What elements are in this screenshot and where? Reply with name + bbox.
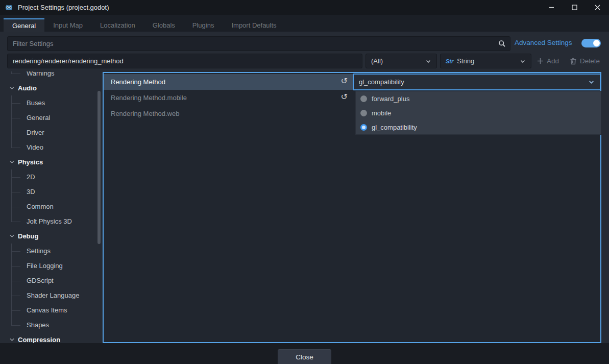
close-button[interactable]: Close [278, 349, 331, 364]
tree-item-jolt-physics-3d[interactable]: Jolt Physics 3D [7, 214, 102, 229]
tree-item-general[interactable]: General [7, 110, 102, 125]
option-mobile[interactable]: mobile [356, 106, 601, 120]
filter-settings-input[interactable]: Filter Settings [7, 36, 510, 51]
minimize-button[interactable] [540, 0, 563, 15]
dialog-footer: Close [0, 343, 609, 364]
tab-import-defaults[interactable]: Import Defaults [223, 18, 285, 32]
tab-localization[interactable]: Localization [91, 18, 144, 32]
minimize-icon [549, 5, 554, 10]
tree-connector [11, 140, 27, 155]
tree-connector [11, 273, 27, 288]
string-type-icon: Str [446, 58, 453, 64]
dropdown-popup: forward_plus mobile gl_compatibility [355, 91, 601, 135]
delete-property-button[interactable]: Delete [570, 54, 600, 68]
add-property-button[interactable]: Add [537, 54, 559, 68]
chevron-down-icon [9, 85, 15, 91]
revert-icon[interactable]: ↺ [341, 76, 348, 86]
property-row-rendering-method[interactable]: Rendering Method ↺ gl_compatibility [104, 74, 600, 90]
property-label-cell[interactable]: Rendering Method.mobile ↺ [104, 90, 353, 106]
close-icon [595, 5, 600, 10]
property-label: Rendering Method [111, 78, 165, 86]
toggle-knob [593, 40, 600, 46]
maximize-button[interactable] [563, 0, 586, 15]
tab-input-map[interactable]: Input Map [44, 18, 91, 32]
tree-item-compression[interactable]: Compression [7, 332, 102, 343]
tree-connector [11, 258, 27, 273]
close-label: Close [296, 353, 313, 361]
property-path-input[interactable]: rendering/renderer/rendering_method [7, 54, 362, 68]
tab-bar: General Input Map Localization Globals P… [0, 15, 609, 32]
settings-content: Filter Settings Advanced Settings render… [0, 32, 609, 343]
type-value: String [457, 57, 474, 65]
tree-item-video[interactable]: Video [7, 140, 102, 155]
tab-label: General [12, 22, 36, 30]
tab-label: Import Defaults [231, 21, 276, 29]
tree-item-shader-language[interactable]: Shader Language [7, 288, 102, 303]
tree-connector [11, 125, 27, 140]
tree-connector [11, 318, 27, 332]
property-label: Rendering Method.mobile [111, 94, 187, 102]
tab-label: Localization [100, 21, 135, 29]
tree-item-debug[interactable]: Debug [7, 229, 102, 244]
tree-item-common[interactable]: Common [7, 199, 102, 214]
sections-tree: Warnings Audio Buses General Driver Vide… [7, 71, 102, 343]
tree-connector [11, 95, 27, 110]
property-label-cell[interactable]: Rendering Method ↺ [104, 74, 353, 90]
settings-body: Warnings Audio Buses General Driver Vide… [0, 71, 609, 343]
tree-connector [11, 71, 27, 81]
tree-item-3d[interactable]: 3D [7, 184, 102, 199]
dropdown-value: gl_compatibility [359, 78, 404, 86]
search-icon [498, 40, 506, 47]
add-label: Add [547, 57, 559, 65]
category-filter-select[interactable]: (All) [366, 54, 437, 68]
trash-icon [570, 58, 577, 65]
tab-globals[interactable]: Globals [144, 18, 184, 32]
option-forward-plus[interactable]: forward_plus [356, 91, 601, 106]
tab-label: Globals [153, 21, 175, 29]
tree-connector [11, 199, 27, 214]
category-filter-value: (All) [371, 57, 383, 65]
tree-item-physics[interactable]: Physics [7, 155, 102, 169]
tree-connector [11, 169, 27, 184]
tree-item-warnings[interactable]: Warnings [7, 71, 102, 81]
tree-item-gdscript[interactable]: GDScript [7, 273, 102, 288]
revert-icon[interactable]: ↺ [341, 92, 348, 102]
advanced-settings-toggle[interactable] [581, 39, 601, 47]
type-select[interactable]: Str String [440, 54, 531, 68]
option-gl-compatibility[interactable]: gl_compatibility [356, 120, 601, 134]
chevron-down-icon [9, 337, 15, 343]
option-label: mobile [372, 109, 391, 117]
chevron-down-icon [9, 233, 15, 239]
filter-placeholder: Filter Settings [13, 40, 498, 47]
tree-item-buses[interactable]: Buses [7, 95, 102, 110]
tree-item-file-logging[interactable]: File Logging [7, 258, 102, 273]
rendering-method-dropdown[interactable]: gl_compatibility [353, 74, 601, 90]
tree-item-2d[interactable]: 2D [7, 169, 102, 184]
tree-item-shapes[interactable]: Shapes [7, 318, 102, 332]
tree-item-settings[interactable]: Settings [7, 244, 102, 258]
project-settings-window: Project Settings (project.godot) General… [0, 0, 609, 364]
radio-unselected-icon [360, 110, 367, 116]
delete-label: Delete [580, 57, 600, 65]
tab-general[interactable]: General [4, 18, 44, 32]
sidebar-scrollbar[interactable] [98, 91, 101, 244]
tab-label: Input Map [53, 21, 83, 29]
radio-selected-icon [360, 124, 367, 131]
maximize-icon [572, 5, 577, 10]
option-label: forward_plus [372, 95, 409, 103]
close-window-button[interactable] [586, 0, 609, 15]
chevron-down-icon [520, 58, 526, 64]
chevron-down-icon [588, 79, 595, 85]
tree-item-canvas-items[interactable]: Canvas Items [7, 303, 102, 318]
tree-connector [11, 244, 27, 258]
tree-item-audio[interactable]: Audio [7, 81, 102, 95]
chevron-down-icon [9, 159, 15, 165]
advanced-settings-label: Advanced Settings [515, 39, 572, 46]
tree-connector [11, 288, 27, 303]
tree-item-driver[interactable]: Driver [7, 125, 102, 140]
tab-plugins[interactable]: Plugins [184, 18, 223, 32]
property-path-value: rendering/renderer/rendering_method [13, 57, 124, 65]
radio-unselected-icon [360, 95, 367, 102]
godot-logo-icon [5, 3, 13, 12]
property-label-cell[interactable]: Rendering Method.web [104, 106, 353, 122]
